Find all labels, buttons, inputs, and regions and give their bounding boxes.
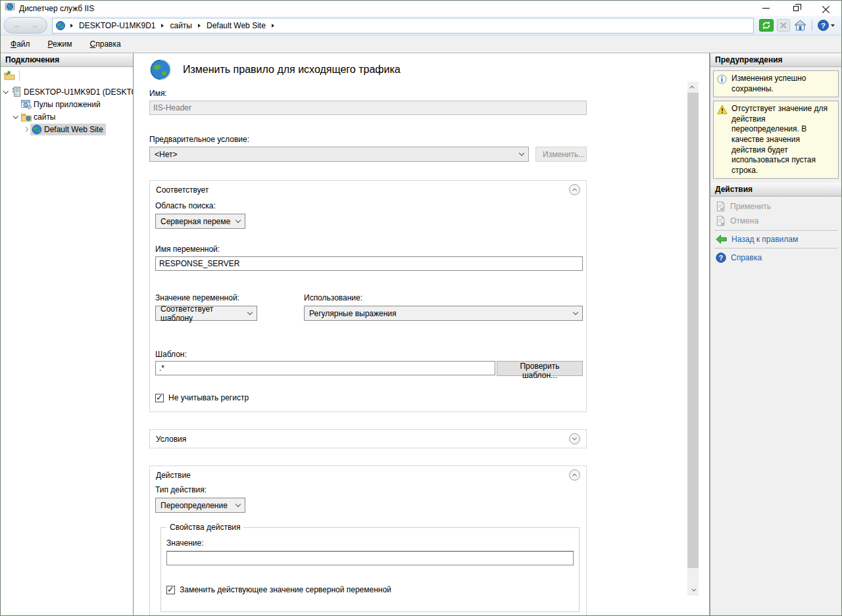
menu-help[interactable]: Справка bbox=[90, 39, 121, 49]
actions-divider bbox=[714, 248, 837, 249]
minimize-button[interactable] bbox=[751, 1, 781, 16]
breadcrumb[interactable]: DESKTOP-U1MK9D1 сайты Default Web Site bbox=[52, 18, 754, 34]
variable-name-label: Имя переменной: bbox=[155, 245, 583, 254]
back-arrow-icon bbox=[716, 235, 727, 244]
precondition-label: Предварительное условие: bbox=[149, 135, 587, 144]
site-globe-icon bbox=[31, 124, 42, 135]
match-section-header[interactable]: Соответствует bbox=[150, 181, 586, 199]
help-circle-icon: ? bbox=[716, 252, 726, 263]
info-notice: Изменения успешно сохранены. bbox=[713, 70, 839, 97]
back-to-rules-label: Назад к правилам bbox=[731, 235, 798, 244]
chevron-down-icon bbox=[247, 310, 253, 315]
refresh-button[interactable] bbox=[759, 19, 774, 32]
breadcrumb-item-site[interactable]: Default Web Site bbox=[205, 21, 267, 30]
connections-header: Подключения bbox=[1, 53, 133, 67]
tree-item-sites[interactable]: сайты bbox=[1, 110, 133, 123]
action-type-select[interactable]: Переопределение bbox=[155, 498, 245, 513]
actions-list: Применить Отмена Назад к правилам bbox=[710, 197, 841, 265]
restore-button[interactable] bbox=[781, 1, 811, 16]
back-icon[interactable]: ← bbox=[13, 20, 22, 30]
app-pools-icon bbox=[20, 99, 32, 109]
help-action[interactable]: ? Справка bbox=[710, 250, 841, 265]
close-icon bbox=[822, 5, 830, 12]
help-button[interactable]: ? bbox=[817, 19, 835, 32]
scrollbar-thumb[interactable] bbox=[687, 93, 699, 568]
breadcrumb-item-sites[interactable]: сайты bbox=[168, 21, 193, 30]
conditions-section: Условия bbox=[149, 429, 587, 448]
cancel-label: Отмена bbox=[730, 216, 758, 225]
info-icon bbox=[717, 74, 728, 94]
action-section-title: Действие bbox=[156, 471, 191, 480]
chevron-down-icon bbox=[519, 151, 524, 156]
apply-action[interactable]: Применить bbox=[710, 199, 841, 214]
tree-item-server[interactable]: DESKTOP-U1MK9D1 (DESKTOI bbox=[1, 85, 133, 98]
connections-panel: Подключения DESKTOP-U1MK9D1 (DESKTOI bbox=[1, 53, 134, 615]
toolbar-separator bbox=[812, 20, 812, 31]
menu-mode[interactable]: Режим bbox=[48, 39, 72, 49]
variable-name-input[interactable] bbox=[155, 256, 583, 271]
expander-down-icon[interactable] bbox=[11, 115, 20, 119]
tree-item-app-pools[interactable]: Пулы приложений bbox=[1, 98, 133, 110]
scope-select[interactable]: Серверная переменн bbox=[155, 214, 245, 229]
expander-down-icon[interactable] bbox=[1, 90, 11, 94]
using-label: Использование: bbox=[304, 293, 583, 302]
edit-precondition-button[interactable]: Изменить... bbox=[535, 147, 587, 162]
conditions-section-header[interactable]: Условия bbox=[150, 430, 586, 448]
home-button[interactable] bbox=[793, 19, 807, 32]
conditions-section-title: Условия bbox=[156, 435, 186, 444]
iis-manager-window: Диспетчер служб IIS ← → DESKTOP-U1MK9D1 … bbox=[0, 0, 842, 616]
precondition-value: <Нет> bbox=[155, 150, 177, 159]
test-pattern-button[interactable]: Проверить шаблон... bbox=[497, 361, 583, 376]
close-button[interactable] bbox=[811, 1, 841, 16]
scroll-up-arrow[interactable] bbox=[687, 82, 699, 93]
tree-item-sites-label: сайты bbox=[34, 112, 56, 122]
pattern-input[interactable] bbox=[155, 361, 495, 375]
sites-folder-icon bbox=[20, 112, 32, 122]
help-menu-caret-icon[interactable] bbox=[831, 24, 835, 27]
back-to-rules-action[interactable]: Назад к правилам bbox=[710, 233, 841, 246]
tree-item-app-pools-label: Пулы приложений bbox=[34, 100, 101, 109]
menu-file[interactable]: Файл bbox=[11, 39, 30, 49]
expander-right-icon[interactable] bbox=[20, 128, 30, 131]
save-connection-icon[interactable] bbox=[4, 70, 15, 81]
connections-toolbar bbox=[1, 67, 133, 83]
value-input[interactable] bbox=[166, 551, 574, 565]
forward-icon[interactable]: → bbox=[30, 20, 38, 30]
app-icon bbox=[5, 2, 15, 14]
breadcrumb-item-server[interactable]: DESKTOP-U1MK9D1 bbox=[78, 21, 157, 30]
replace-value-checkbox[interactable] bbox=[166, 586, 175, 594]
variable-value-select[interactable]: Соответствует шаблону bbox=[155, 306, 257, 321]
ignore-case-checkbox[interactable] bbox=[155, 394, 164, 402]
apply-label: Применить bbox=[730, 202, 771, 211]
match-section: Соответствует Область поиска: Серверная … bbox=[149, 180, 587, 412]
precondition-select[interactable]: <Нет> bbox=[149, 147, 529, 162]
stop-button-disabled bbox=[777, 19, 790, 32]
alerts-header: Предупреждения bbox=[710, 53, 841, 67]
svg-text:?: ? bbox=[821, 22, 826, 30]
collapse-section-icon[interactable] bbox=[569, 469, 580, 481]
cancel-action[interactable]: Отмена bbox=[710, 214, 841, 228]
vertical-scrollbar[interactable] bbox=[687, 82, 699, 596]
feature-globe-icon bbox=[149, 59, 172, 81]
scroll-down-arrow[interactable] bbox=[687, 584, 699, 596]
action-section-header[interactable]: Действие bbox=[150, 466, 586, 484]
using-select[interactable]: Регулярные выражения bbox=[304, 306, 583, 321]
warning-icon bbox=[717, 104, 728, 176]
expand-section-icon[interactable] bbox=[569, 433, 580, 444]
collapse-section-icon[interactable] bbox=[569, 184, 580, 195]
nav-back-forward[interactable]: ← → bbox=[4, 17, 47, 34]
breadcrumb-arrow-icon bbox=[198, 24, 201, 28]
chevron-down-icon bbox=[235, 502, 241, 507]
selected-tree-item[interactable]: Default Web Site bbox=[30, 124, 106, 135]
edit-outbound-rule-panel: Изменить правило для исходящего трафика … bbox=[134, 53, 710, 615]
action-type-value: Переопределение bbox=[161, 501, 228, 510]
actions-divider bbox=[714, 230, 837, 231]
tree-item-default-web-site[interactable]: Default Web Site bbox=[1, 123, 133, 135]
connections-tree: DESKTOP-U1MK9D1 (DESKTOI Пулы приложений bbox=[1, 83, 133, 135]
warning-notice-text: Отсутствует значение для действия переоп… bbox=[731, 104, 835, 176]
chevron-down-icon bbox=[235, 218, 241, 223]
breadcrumb-arrow-icon bbox=[272, 24, 274, 28]
page-title: Изменить правило для исходящего трафика bbox=[183, 64, 401, 76]
using-value: Регулярные выражения bbox=[309, 309, 397, 318]
action-section: Действие Тип действия: Переопределение С… bbox=[149, 465, 587, 615]
